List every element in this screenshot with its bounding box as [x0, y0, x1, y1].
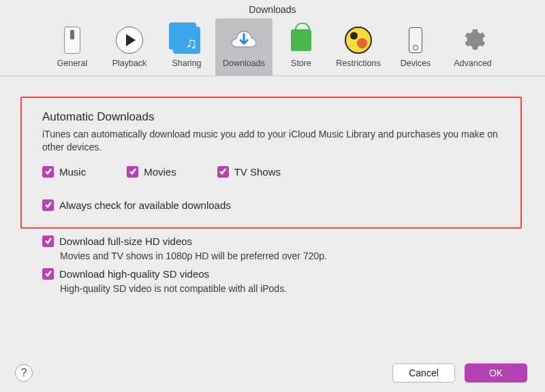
checkmark-icon: [127, 166, 138, 178]
help-button[interactable]: ?: [15, 364, 33, 382]
general-icon: [57, 25, 87, 55]
checkbox-hd[interactable]: Download full-size HD videos: [42, 235, 523, 247]
checkmark-icon: [42, 268, 54, 280]
checkbox-tvshows[interactable]: TV Shows: [217, 166, 281, 178]
checkbox-label: Always check for available downloads: [59, 199, 231, 211]
advanced-icon: [458, 25, 488, 55]
checkbox-label: Download full-size HD videos: [59, 235, 192, 247]
content-area: Automatic Downloads iTunes can automatic…: [0, 76, 545, 294]
checkbox-label: TV Shows: [234, 166, 281, 178]
checkbox-movies[interactable]: Movies: [127, 166, 176, 178]
tab-sharing[interactable]: Sharing: [158, 18, 215, 76]
checkbox-label: Movies: [144, 166, 176, 178]
checkbox-always-check[interactable]: Always check for available downloads: [42, 199, 500, 211]
tab-label: Downloads: [223, 59, 265, 68]
tab-label: Store: [291, 59, 311, 68]
tab-advanced[interactable]: Advanced: [444, 18, 501, 76]
sharing-icon: [172, 25, 202, 55]
ok-button[interactable]: OK: [465, 363, 527, 382]
preferences-toolbar: General Playback Sharing Downloads Store…: [0, 19, 545, 76]
tab-restrictions[interactable]: Restrictions: [330, 18, 387, 76]
tab-general[interactable]: General: [44, 18, 101, 76]
tab-playback[interactable]: Playback: [101, 18, 158, 76]
hd-description: Movies and TV shows in 1080p HD will be …: [22, 250, 523, 261]
checkmark-icon: [42, 235, 54, 247]
sd-description: High-quality SD video is not compatible …: [22, 283, 523, 294]
devices-icon: [401, 25, 431, 55]
tab-downloads[interactable]: Downloads: [215, 18, 272, 76]
checkbox-label: Music: [59, 166, 86, 178]
playback-icon: [114, 25, 144, 55]
restrictions-icon: [343, 25, 373, 55]
tab-devices[interactable]: Devices: [387, 18, 444, 76]
section-title: Automatic Downloads: [42, 110, 500, 124]
tab-label: Devices: [401, 59, 431, 68]
automatic-downloads-section: Automatic Downloads iTunes can automatic…: [20, 97, 522, 229]
cancel-button[interactable]: Cancel: [392, 363, 455, 382]
tab-label: General: [57, 59, 87, 68]
checkbox-label: Download high-quality SD videos: [59, 268, 209, 280]
checkbox-sd[interactable]: Download high-quality SD videos: [42, 268, 523, 280]
window-title: Downloads: [0, 0, 545, 19]
tab-label: Advanced: [454, 59, 492, 68]
tab-store[interactable]: Store: [272, 18, 330, 76]
dialog-footer: ? Cancel OK: [0, 363, 545, 382]
store-icon: [286, 25, 316, 55]
downloads-icon: [229, 25, 259, 55]
checkmark-icon: [42, 166, 54, 178]
tab-label: Playback: [112, 59, 147, 68]
tab-label: Sharing: [172, 59, 201, 68]
section-subtitle: iTunes can automatically download music …: [42, 128, 500, 154]
checkmark-icon: [42, 199, 54, 211]
checkbox-music[interactable]: Music: [42, 166, 86, 178]
tab-label: Restrictions: [336, 59, 380, 68]
download-types-row: Music Movies TV Shows: [42, 166, 500, 178]
checkmark-icon: [217, 166, 229, 178]
